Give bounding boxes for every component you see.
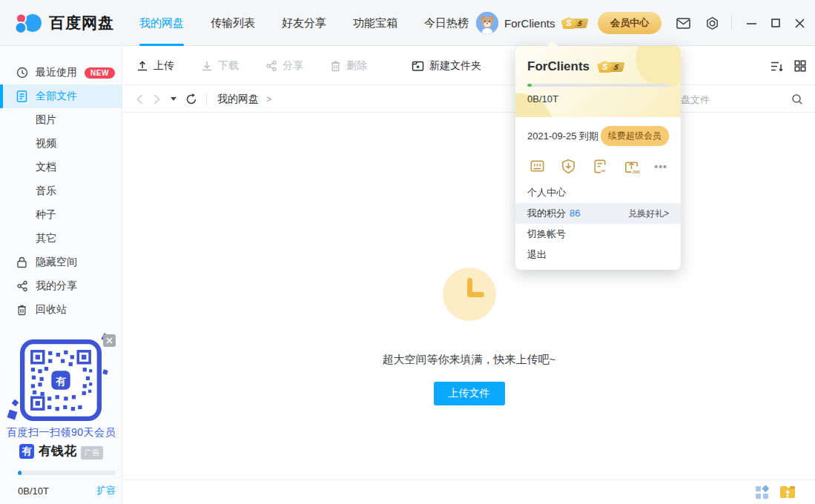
sort-icon[interactable]: [771, 61, 784, 72]
renew-svip-button[interactable]: 续费超级会员: [601, 126, 669, 146]
sidebar-item-label: 我的分享: [36, 279, 77, 293]
sidebar-item-label: 文档: [36, 161, 56, 174]
sidebar-item-label: 最近使用: [36, 66, 77, 79]
sidebar-item-label: 隐藏空间: [36, 256, 77, 269]
menu-item-label: 切换帐号: [527, 224, 566, 245]
sidebar-item-torrents[interactable]: 种子: [0, 203, 122, 227]
mail-icon[interactable]: [676, 18, 690, 29]
speed-download-icon[interactable]: [560, 158, 577, 175]
points-value: 86: [570, 203, 580, 224]
menu-item-logout[interactable]: 退出: [515, 245, 681, 265]
share-icon: [265, 60, 277, 72]
qr-code-image: 有: [20, 339, 102, 422]
back-icon[interactable]: [136, 94, 143, 105]
expand-storage-link[interactable]: 扩容: [96, 484, 116, 497]
svg-text:有: 有: [55, 376, 66, 387]
new-folder-button[interactable]: 新建文件夹: [412, 59, 481, 73]
settings-icon[interactable]: [705, 16, 719, 30]
bottom-bar: [123, 480, 815, 504]
storage-progress-bar[interactable]: [18, 471, 116, 475]
tab-my-drive[interactable]: 我的网盘: [139, 0, 184, 46]
breadcrumb-root[interactable]: 我的网盘: [217, 93, 259, 106]
breadcrumb-chevron: >: [266, 94, 271, 105]
tab-transfer-list[interactable]: 传输列表: [211, 0, 255, 46]
refresh-icon[interactable]: [185, 93, 197, 105]
search-icon[interactable]: [791, 93, 803, 105]
sidebar-item-recent[interactable]: 最近使用 NEW: [0, 61, 122, 84]
vip-card-icon[interactable]: [529, 158, 546, 175]
storage-row: 0B/10T 扩容: [18, 484, 116, 497]
sidebar-item-others[interactable]: 其它: [0, 227, 122, 251]
sidebar-item-label: 回收站: [36, 303, 67, 316]
forward-icon[interactable]: [154, 94, 160, 105]
menu-item-switch-account[interactable]: 切换帐号: [515, 224, 681, 245]
menu-item-label: 我的积分: [527, 203, 566, 224]
tab-friend-share[interactable]: 好友分享: [282, 0, 326, 46]
delete-button[interactable]: 删除: [330, 59, 367, 73]
decor-cube: [7, 410, 18, 420]
upload-file-button[interactable]: 上传文件: [434, 382, 505, 405]
upload-folder-icon[interactable]: [779, 485, 796, 500]
new-folder-icon: [412, 60, 424, 72]
vip-expiry: 2021-09-25 到期: [527, 130, 598, 143]
decor-cube: [102, 369, 108, 374]
sidebar-item-hidden-space[interactable]: 隐藏空间: [0, 251, 122, 274]
svg-text:∞: ∞: [601, 168, 605, 174]
apps-grid-icon[interactable]: [755, 485, 769, 500]
tab-hot-list[interactable]: 今日热榜: [424, 0, 469, 46]
upload-button[interactable]: 上传: [136, 59, 174, 73]
menu-item-my-points[interactable]: 我的积分 86 兑换好礼>: [515, 203, 681, 224]
sidebar-item-pictures[interactable]: 图片: [0, 108, 122, 132]
history-dropdown-icon[interactable]: [171, 97, 176, 101]
grid-view-icon[interactable]: [794, 60, 806, 72]
menu-item-label: 退出: [527, 245, 547, 265]
app-window: 百度网盘 我的网盘 传输列表 好友分享 功能宝箱 今日热榜: [0, 0, 815, 504]
file-list-area: 超大空间等你来填满，快来上传吧~ 上传文件: [123, 113, 815, 480]
panel-storage-usage: 0B/10T: [527, 93, 669, 105]
ad-close-icon[interactable]: [103, 334, 116, 347]
app-title: 百度网盘: [49, 13, 114, 33]
download-button[interactable]: 下载: [201, 59, 239, 73]
empty-clock-icon: [443, 268, 496, 321]
ad-caption[interactable]: 百度扫一扫领90天会员: [0, 426, 122, 440]
sidebar-item-label: 其它: [36, 232, 56, 245]
doc-infinity-icon[interactable]: ∞: [592, 158, 609, 175]
more-icon[interactable]: •••: [654, 161, 667, 173]
member-center-button[interactable]: 会员中心: [598, 12, 661, 34]
storage-progress-fill: [18, 471, 22, 475]
maximize-icon[interactable]: [771, 19, 780, 27]
redeem-gifts-link[interactable]: 兑换好礼>: [628, 203, 669, 224]
user-panel-header: ForClients S 5 0B/10T: [515, 46, 681, 117]
menu-item-label: 个人中心: [527, 182, 566, 203]
minimize-icon[interactable]: [747, 19, 756, 28]
sidebar-item-videos[interactable]: 视频: [0, 132, 122, 156]
sidebar-item-my-shares[interactable]: 我的分享: [0, 274, 122, 298]
ad-brand-row[interactable]: 有 有钱花 广告: [0, 442, 122, 460]
avatar[interactable]: [476, 12, 498, 34]
svg-text:20G: 20G: [633, 169, 640, 174]
file-toolbar: 上传 下载 分享 删除 新建文件夹 离线下载: [123, 47, 815, 85]
trash-icon: [16, 304, 28, 316]
username[interactable]: ForClients: [504, 17, 555, 30]
menu-item-personal-center[interactable]: 个人中心: [515, 182, 681, 203]
sidebar-item-label: 音乐: [36, 185, 56, 198]
clock-icon: [16, 67, 28, 79]
sidebar-item-documents[interactable]: 文档: [0, 156, 122, 179]
qr-ad[interactable]: 有: [20, 339, 102, 422]
vip-quick-icons: ∞ 20G •••: [515, 149, 681, 182]
toolbar-label: 分享: [283, 59, 303, 73]
sidebar-item-label: 种子: [36, 208, 56, 222]
storage-usage: 0B/10T: [18, 485, 49, 497]
sidebar-item-recycle-bin[interactable]: 回收站: [0, 298, 122, 322]
sidebar: 最近使用 NEW 全部文件 图片 视频 文档 音乐 种子 其它 隐藏空间: [0, 47, 122, 504]
sidebar-item-music[interactable]: 音乐: [0, 179, 122, 203]
sidebar-item-all-files[interactable]: 全部文件: [0, 84, 122, 108]
share-button[interactable]: 分享: [265, 59, 303, 73]
panel-storage-progress: [527, 84, 669, 87]
svip-badge[interactable]: S 5: [561, 17, 587, 29]
close-icon[interactable]: [795, 19, 805, 28]
ad-brand-name: 有钱花: [39, 442, 76, 460]
tab-toolbox[interactable]: 功能宝箱: [353, 0, 397, 46]
upload-20g-icon[interactable]: 20G: [623, 158, 640, 175]
panel-svip-badge[interactable]: S 5: [597, 61, 624, 73]
